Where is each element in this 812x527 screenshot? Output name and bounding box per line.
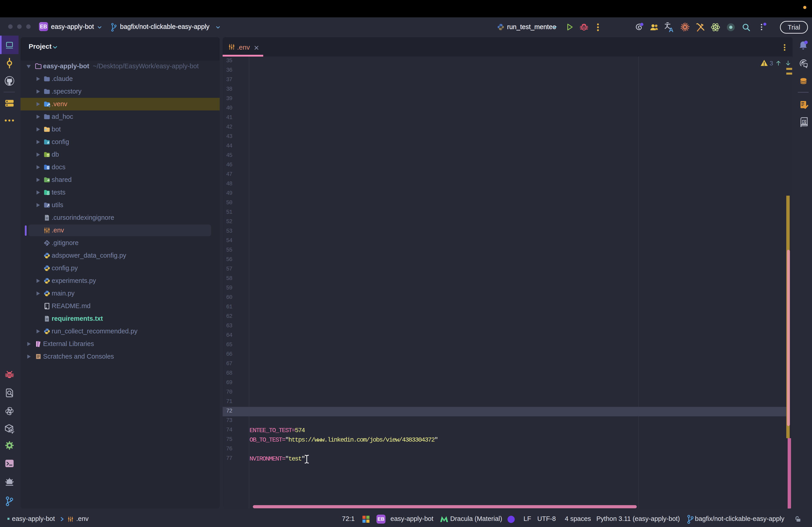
- svg-text:A: A: [669, 26, 673, 32]
- svg-text:A: A: [803, 120, 806, 124]
